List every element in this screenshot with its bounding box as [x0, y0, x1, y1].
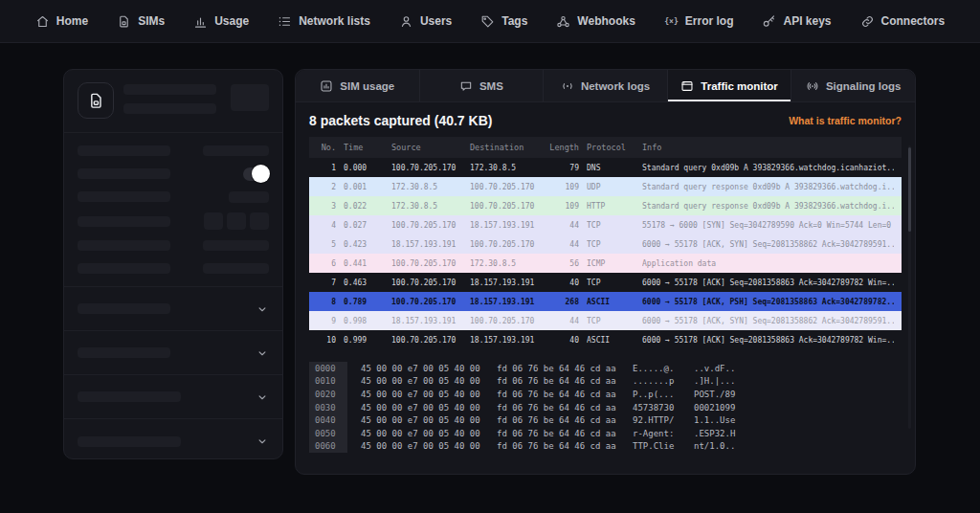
nav-item-home[interactable]: Home [35, 14, 88, 29]
skeleton-square [204, 212, 223, 230]
sim-title-skeleton [123, 82, 221, 119]
cell-time: 0.999 [344, 336, 384, 345]
nav-item-sims[interactable]: SIMs [117, 14, 165, 29]
nav-item-label: Home [56, 14, 88, 28]
hex-offset: 0050 [309, 427, 347, 440]
nav-item-connectors[interactable]: Connectors [860, 14, 946, 29]
accordion-section-1[interactable] [64, 287, 282, 331]
skeleton-label [78, 168, 170, 179]
cell-destination: 100.70.205.170 [470, 202, 541, 211]
hex-row: 0000 45 00 00 e7 00 05 40 00 fd 06 76 be… [309, 362, 742, 375]
hex-bytes-group-2: fd 06 76 be 64 46 cd aa [497, 364, 619, 373]
skeleton-label [78, 263, 170, 274]
tab-traffic-monitor[interactable]: Traffic monitor [668, 70, 792, 101]
broadcast-icon [806, 79, 819, 93]
nav-item-error-log[interactable]: {×} Error log [664, 14, 734, 29]
traffic-monitor-help-link[interactable]: What is traffic monitor? [789, 115, 902, 126]
hex-offset: 0040 [309, 413, 347, 427]
hex-row: 0020 45 00 00 e7 00 05 40 00 fd 06 76 be… [309, 388, 742, 401]
hex-bytes-group-1: 45 00 00 e7 00 05 40 00 [361, 441, 483, 451]
hex-ascii-group-2: POST./89 [694, 390, 742, 399]
hex-offset: 0000 [309, 362, 347, 375]
cell-source: 100.70.205.170 [391, 164, 462, 172]
nav-item-label: Connectors [881, 14, 946, 28]
nav-item-tags[interactable]: Tags [480, 14, 527, 29]
toggle-switch[interactable] [243, 167, 269, 181]
hex-bytes-group-2: fd 06 76 be 64 46 cd aa [497, 441, 619, 451]
toggle-knob [252, 165, 270, 183]
cell-time: 0.001 [344, 183, 384, 191]
packet-row-10[interactable]: 10 0.999 100.70.205.170 18.157.193.191 4… [309, 330, 902, 349]
accordion-section-2[interactable] [64, 331, 282, 375]
cell-no: 9 [317, 317, 336, 325]
packet-row-7[interactable]: 7 0.463 100.70.205.170 18.157.193.191 40… [309, 273, 902, 292]
svg-text:{×}: {×} [664, 16, 679, 26]
cell-info: Standard query response 0xd09b A 3938293… [642, 183, 894, 191]
hex-row: 0030 45 00 00 e7 00 05 40 00 fd 06 76 be… [309, 401, 742, 414]
hex-ascii-group-1: P..p(... [633, 390, 680, 399]
skeleton-label [78, 240, 170, 251]
sim-details-panel [63, 69, 283, 459]
packet-row-6[interactable]: 6 0.441 100.70.205.170 172.30.8.5 56 ICM… [309, 254, 902, 273]
cell-source: 100.70.205.170 [391, 298, 462, 306]
accordion-section-3[interactable] [64, 375, 282, 419]
hex-ascii-group-2: 00021099 [694, 403, 742, 413]
cell-length: 109 [548, 202, 579, 211]
cell-source: 172.30.8.5 [391, 202, 462, 211]
tab-network-logs[interactable]: Network logs [544, 70, 668, 101]
skeleton-section-title [78, 436, 181, 447]
packet-row-5[interactable]: 5 0.423 18.157.193.191 100.70.205.170 44… [309, 234, 902, 254]
packet-table: No. Time Source Destination Length Proto… [309, 137, 902, 349]
cell-length: 40 [548, 279, 579, 287]
table-scrollbar[interactable] [908, 145, 911, 429]
cell-info: 6000 → 55178 [ACK, SYN] Seq=2081358862 A… [642, 240, 894, 249]
nav-item-users[interactable]: Users [399, 14, 452, 29]
packets-header: 8 packets captured (40.7 KB) What is tra… [296, 102, 915, 137]
skeleton-section-title [78, 347, 170, 358]
cell-time: 0.000 [344, 164, 384, 172]
tab-label: SIM usage [340, 80, 394, 92]
tab-sim-usage[interactable]: SIM usage [296, 70, 420, 101]
accordion-section-4[interactable] [64, 419, 282, 459]
skeleton-row [78, 261, 269, 276]
cell-destination: 100.70.205.170 [470, 240, 541, 249]
hex-row: 0050 45 00 00 e7 00 05 40 00 fd 06 76 be… [309, 427, 742, 440]
cell-protocol: TCP [587, 317, 635, 325]
tab-bar: SIM usage SMS Network logs Traffic monit… [296, 70, 915, 102]
skeleton-row [78, 144, 269, 158]
chevron-down-icon [256, 302, 269, 316]
packet-row-8[interactable]: 8 0.789 100.70.205.170 18.157.193.191 26… [309, 292, 902, 311]
packet-row-3[interactable]: 3 0.022 172.30.8.5 100.70.205.170 109 HT… [309, 196, 902, 215]
nav-item-webhooks[interactable]: Webhooks [556, 14, 635, 29]
nav-item-network-lists[interactable]: Network lists [278, 14, 370, 29]
cell-time: 0.998 [344, 317, 384, 325]
nav-item-usage[interactable]: Usage [193, 14, 249, 29]
traffic-monitor-card: SIM usage SMS Network logs Traffic monit… [295, 69, 916, 475]
cell-destination: 18.157.193.191 [470, 336, 541, 345]
scrollbar-thumb[interactable] [908, 147, 911, 232]
cell-time: 0.423 [344, 240, 384, 249]
cell-protocol: TCP [587, 240, 635, 249]
chat-bubble-icon [459, 79, 473, 93]
packet-row-9[interactable]: 9 0.998 18.157.193.191 100.70.205.170 44… [309, 311, 902, 330]
hex-offset: 0010 [309, 375, 347, 389]
tab-sms[interactable]: SMS [420, 70, 545, 101]
cell-no: 7 [317, 279, 336, 287]
packet-row-4[interactable]: 4 0.027 100.70.205.170 18.157.193.191 44… [309, 215, 902, 234]
hex-ascii-group-1: 45738730 [633, 403, 680, 413]
cell-protocol: HTTP [587, 202, 635, 211]
tab-label: Signaling logs [826, 80, 902, 92]
cell-time: 0.022 [344, 202, 384, 211]
hex-bytes-group-1: 45 00 00 e7 00 05 40 00 [361, 415, 483, 425]
nav-item-api-keys[interactable]: API keys [762, 14, 831, 29]
cell-protocol: DNS [587, 164, 635, 172]
skeleton-label [78, 216, 170, 227]
bar-chart-icon [193, 14, 208, 29]
tab-signaling-logs[interactable]: Signaling logs [791, 70, 915, 101]
packet-row-1[interactable]: 1 0.000 100.70.205.170 172.30.8.5 79 DNS… [309, 158, 902, 177]
hex-bytes-group-1: 45 00 00 e7 00 05 40 00 [361, 390, 483, 399]
tab-label: Traffic monitor [701, 80, 778, 92]
packet-row-2[interactable]: 2 0.001 172.30.8.5 100.70.205.170 109 UD… [309, 177, 902, 196]
cell-protocol: ASCII [587, 336, 635, 345]
cell-info: 6000 → 55178 [ACK, SYN] Seq=2081358862 A… [642, 317, 894, 325]
